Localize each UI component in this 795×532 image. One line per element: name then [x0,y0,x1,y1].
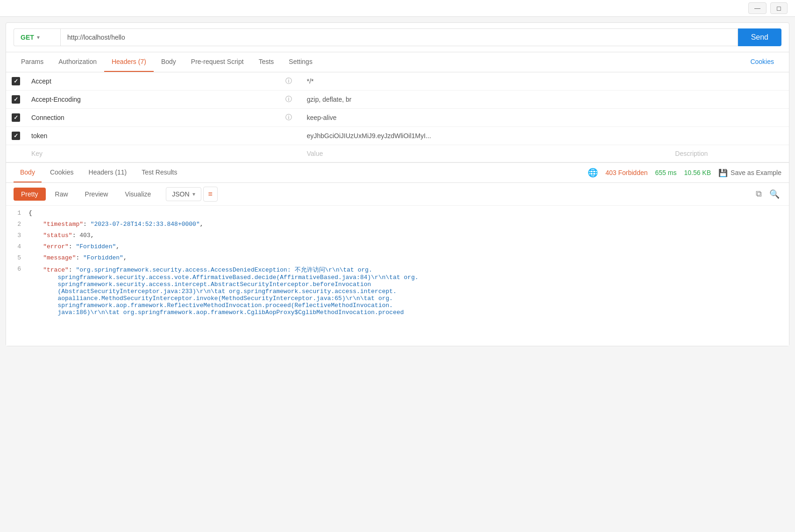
format-chevron-icon: ▾ [192,191,195,197]
save-as-example-label: Save as Example [731,169,781,176]
save-icon: 💾 [718,168,728,177]
response-status: 403 Forbidden [605,169,647,176]
tab-params[interactable]: Params [14,52,51,72]
header-row-connection: ✓ Connection ⓘ keep-alive [6,109,789,127]
wrap-button[interactable]: ≡ [203,187,218,202]
save-as-example-button[interactable]: 💾 Save as Example [718,168,781,177]
code-view: 1 { 2 "timestamp": "2023-07-28T14:52:33.… [6,206,789,346]
header-key-placeholder[interactable]: Key [26,145,280,162]
code-line-5: 5 "message": "Forbidden", [6,254,789,266]
chevron-down-icon: ▾ [37,34,40,41]
method-label: GET [21,34,34,41]
maximize-button[interactable]: ◻ [770,2,788,14]
visualize-button[interactable]: Visualize [117,188,158,201]
toolbar-right: ⧉ 🔍 [754,187,781,201]
header-key-token: token [26,127,280,145]
header-key-accept-encoding: Accept-Encoding [26,91,280,109]
info-icon-accept[interactable]: ⓘ [285,77,292,84]
globe-icon: 🌐 [588,168,598,178]
send-button[interactable]: Send [738,28,781,46]
header-value-token: eyJhbGciOiJIUzUxMiJ9.eyJzdWliOil1MyI... [301,127,670,145]
method-select[interactable]: GET ▾ [14,28,60,46]
response-tab-headers[interactable]: Headers (11) [82,163,134,182]
checkbox-accept[interactable]: ✓ [12,77,20,85]
checkbox-token[interactable]: ✓ [12,132,20,140]
header-key-connection: Connection [26,109,280,127]
header-desc-placeholder[interactable]: Description [669,145,789,162]
checkbox-connection[interactable]: ✓ [12,113,20,122]
tab-body[interactable]: Body [154,52,184,72]
top-bar: — ◻ [0,0,795,17]
header-value-accept-encoding: gzip, deflate, br [301,91,670,109]
raw-button[interactable]: Raw [48,188,76,201]
header-value-connection: keep-alive [301,109,670,127]
code-line-3: 3 "status": 403, [6,232,789,243]
format-type-label: JSON [172,190,189,198]
tab-authorization[interactable]: Authorization [51,52,104,72]
response-meta: 🌐 403 Forbidden 655 ms 10.56 KB 💾 Save a… [588,168,781,178]
header-row-empty: Key Value Description [6,145,789,162]
checkbox-accept-encoding[interactable]: ✓ [12,95,20,104]
code-line-2: 2 "timestamp": "2023-07-28T14:52:33.848+… [6,221,789,232]
format-type-select[interactable]: JSON ▾ [166,187,201,201]
tab-cookies-link[interactable]: Cookies [743,52,781,72]
header-row-accept: ✓ Accept ⓘ */* [6,72,789,91]
info-icon-connection[interactable]: ⓘ [285,113,292,121]
response-tab-cookies[interactable]: Cookies [43,163,80,182]
response-tabs: Body Cookies Headers (11) Test Results 🌐… [6,163,789,183]
header-row-accept-encoding: ✓ Accept-Encoding ⓘ gzip, deflate, br [6,91,789,109]
response-section: Body Cookies Headers (11) Test Results 🌐… [6,162,789,346]
code-line-4: 4 "error": "Forbidden", [6,243,789,254]
minimize-button[interactable]: — [748,2,767,14]
response-time: 655 ms [655,169,677,176]
headers-table: ✓ Accept ⓘ */* ✓ Accept-Encoding ⓘ gzip,… [6,72,789,162]
response-size: 10.56 KB [684,169,711,176]
preview-button[interactable]: Preview [78,188,116,201]
tab-pre-request-script[interactable]: Pre-request Script [184,52,251,72]
request-tabs: Params Authorization Headers (7) Body Pr… [6,52,789,72]
tab-headers[interactable]: Headers (7) [104,52,154,72]
header-value-accept: */* [301,72,670,91]
tab-tests[interactable]: Tests [251,52,282,72]
url-input[interactable] [60,28,738,46]
tab-settings[interactable]: Settings [281,52,320,72]
response-tab-test-results[interactable]: Test Results [135,163,184,182]
search-icon[interactable]: 🔍 [767,187,781,201]
header-key-accept: Accept [26,72,280,91]
format-toolbar: Pretty Raw Preview Visualize JSON ▾ ≡ ⧉ … [6,183,789,206]
code-line-1: 1 { [6,210,789,221]
url-bar: GET ▾ Send [6,23,789,52]
main-container: GET ▾ Send Params Authorization Headers … [6,22,789,346]
response-tab-body[interactable]: Body [14,163,42,182]
info-icon-accept-encoding[interactable]: ⓘ [285,95,292,103]
copy-icon[interactable]: ⧉ [754,187,764,201]
code-line-6: 6 "trace": "org.springframework.security… [6,266,789,316]
pretty-button[interactable]: Pretty [14,188,46,201]
header-row-token: ✓ token eyJhbGciOiJIUzUxMiJ9.eyJzdWliOil… [6,127,789,145]
header-value-placeholder[interactable]: Value [301,145,670,162]
